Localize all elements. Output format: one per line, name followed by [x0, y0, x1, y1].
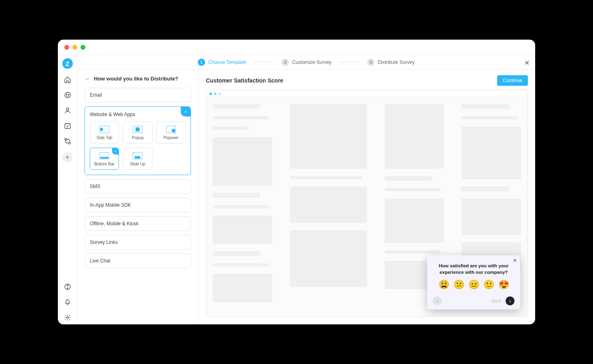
svg-point-8 [67, 288, 68, 289]
workflow-icon[interactable] [60, 134, 75, 148]
panel-title: How would you like to Distribute? [94, 76, 178, 82]
emoji-option-5[interactable]: 😍 [498, 279, 509, 290]
help-icon[interactable] [60, 280, 75, 294]
svg-rect-19 [135, 156, 140, 159]
channel-sdk[interactable]: In-App Mobile SDK [85, 198, 191, 212]
step-number: 3 [367, 59, 375, 66]
widget-next-icon[interactable]: › [506, 296, 515, 305]
option-slide-up[interactable]: Slide Up [123, 148, 152, 170]
selected-check-icon: ✓ [112, 148, 119, 154]
stepper-bar: 1 Choose Template 2 Customize Survey 3 D… [77, 55, 535, 70]
svg-rect-11 [100, 128, 103, 131]
channel-offline[interactable]: Offline, Mobile & Kiosk [85, 216, 191, 231]
add-icon[interactable]: + [62, 152, 73, 163]
channel-sms[interactable]: SMS [85, 179, 191, 194]
brand-logo[interactable]: Z [62, 58, 73, 69]
selected-check-icon: ✓ [181, 107, 191, 116]
emoji-option-3[interactable]: 😐 [468, 279, 479, 290]
window-max-dot[interactable] [80, 45, 85, 50]
option-label: Slide Up [130, 162, 146, 166]
preview-panel: Customer Satisfaction Score Continue [199, 70, 535, 324]
survey-widget: ✕ How satisfied are you with your experi… [427, 255, 520, 309]
widget-prev-icon: ‹ [433, 296, 442, 305]
emoji-option-2[interactable]: 😕 [453, 279, 464, 290]
window-min-dot[interactable] [72, 45, 77, 50]
step-divider [339, 62, 360, 62]
option-popup[interactable]: Popup [123, 121, 152, 144]
widget-question: How satisfied are you with your experien… [434, 262, 513, 275]
gear-icon[interactable] [60, 311, 75, 324]
window-close-dot[interactable] [64, 45, 69, 50]
option-label: Popover [163, 135, 178, 140]
left-iconbar: Z + [58, 55, 77, 324]
contacts-icon[interactable] [60, 104, 75, 117]
step-label: Choose Template [208, 59, 246, 65]
emoji-option-4[interactable]: 🙂 [483, 279, 494, 290]
svg-point-3 [66, 108, 69, 110]
step-number: 2 [282, 59, 289, 66]
calendar-check-icon[interactable] [60, 119, 75, 133]
widget-close-icon[interactable]: ✕ [513, 258, 517, 263]
window-titlebar [58, 40, 535, 55]
svg-rect-15 [172, 129, 175, 132]
option-label: Popup [132, 135, 144, 140]
step-label: Customize Survey [292, 59, 331, 65]
step-distribute-survey[interactable]: 3 Distribute Survey [367, 59, 415, 66]
option-label: Side Tab [97, 135, 112, 140]
channel-links[interactable]: Survey Links [85, 235, 191, 250]
svg-point-1 [66, 94, 67, 95]
bell-icon[interactable] [60, 295, 75, 309]
svg-point-2 [68, 94, 69, 95]
option-popover[interactable]: Popover [157, 121, 186, 144]
back-arrow-icon[interactable]: ← [85, 75, 91, 82]
widget-emoji-row: 😩 😕 😐 🙂 😍 [433, 279, 515, 290]
survey-icon[interactable] [60, 88, 75, 102]
step-number: 1 [198, 59, 205, 66]
option-label: Bottom Bar [94, 162, 114, 166]
emoji-option-1[interactable]: 😩 [438, 279, 449, 290]
preview-frame: ✕ How satisfied are you with your experi… [206, 90, 528, 317]
preview-browser-bar [206, 90, 527, 97]
home-icon[interactable] [60, 73, 75, 87]
svg-point-9 [66, 317, 68, 319]
step-customize-survey[interactable]: 2 Customize Survey [282, 59, 331, 66]
channel-website-label: Website & Web Apps [90, 112, 186, 117]
distribute-panel: ← How would you like to Distribute? Emai… [77, 70, 199, 324]
preview-title: Customer Satisfaction Score [206, 77, 283, 84]
option-side-tab[interactable]: Side Tab [90, 121, 119, 144]
step-choose-template[interactable]: 1 Choose Template [198, 59, 246, 66]
svg-point-0 [65, 92, 70, 98]
close-icon[interactable]: ✕ [524, 59, 529, 67]
step-label: Distribute Survey [378, 59, 415, 65]
option-bottom-bar[interactable]: ✓ Bottom Bar [90, 148, 119, 170]
svg-rect-5 [65, 138, 67, 140]
app-window: Z + 1 Choose Template 2 [58, 40, 535, 324]
channel-email[interactable]: Email [85, 88, 191, 102]
widget-send-label: Send [489, 298, 503, 304]
svg-rect-6 [68, 142, 70, 144]
svg-rect-13 [136, 127, 140, 131]
continue-button[interactable]: Continue [497, 75, 528, 86]
svg-rect-17 [100, 157, 108, 159]
channel-website[interactable]: ✓ Website & Web Apps Side Tab Popup [85, 106, 191, 175]
step-divider [253, 62, 274, 62]
channel-chat[interactable]: Live Chat [85, 254, 191, 268]
